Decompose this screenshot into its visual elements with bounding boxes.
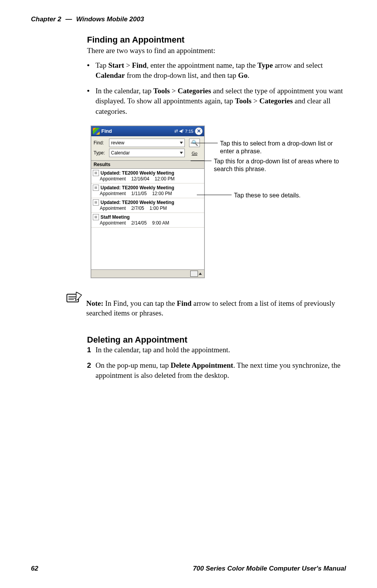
header-separator: — <box>63 15 74 23</box>
status-icons[interactable]: ⇄ ◀ᴱ <box>174 129 184 134</box>
step-1: In the calendar, tap and hold the appoin… <box>87 345 346 355</box>
results-list: ▦Updated: TE2000 Weekly Meeting Appointm… <box>91 169 204 269</box>
calendar-icon: ▦ <box>93 214 99 220</box>
sip-bar[interactable] <box>91 269 204 278</box>
find-input[interactable]: review <box>109 139 185 147</box>
note-icon <box>66 292 82 303</box>
note-text: Note: In Find, you can tap the Find arro… <box>86 298 346 318</box>
find-value: review <box>111 140 125 146</box>
chapter-title: Windows Mobile 2003 <box>76 15 144 23</box>
type-value: Calendar <box>111 150 130 156</box>
section-lead-finding: There are two ways to find an appointmen… <box>87 46 346 56</box>
bullet-find-via-start: Tap Start > Find, enter the appointment … <box>87 60 346 81</box>
section-heading-finding: Finding an Appointment <box>87 35 346 45</box>
list-item[interactable]: ▦Updated: TE2000 Weekly Meeting Appointm… <box>91 183 204 198</box>
chevron-down-icon[interactable] <box>180 142 183 144</box>
callout-type-arrow: Tap this for a drop-down list of areas w… <box>214 158 346 173</box>
step-2: On the pop-up menu, tap Delete Appointme… <box>87 360 346 381</box>
results-header: Results <box>91 160 204 169</box>
svg-marker-4 <box>75 292 82 300</box>
start-flag-icon[interactable] <box>93 128 100 135</box>
find-label: Find: <box>94 140 109 146</box>
find-screenshot: Find ⇄ ◀ᴱ 7:15 ✕ Find: review 🔍 <box>91 126 205 278</box>
list-item[interactable]: ▦Updated: TE2000 Weekly Meeting Appointm… <box>91 169 204 183</box>
callout-results: Tap these to see details. <box>234 192 301 199</box>
chapter-number: Chapter 2 <box>31 15 61 23</box>
window-titlebar: Find ⇄ ◀ᴱ 7:15 ✕ <box>91 126 204 136</box>
manual-title: 700 Series Color Mobile Computer User's … <box>193 565 346 573</box>
chevron-down-icon[interactable] <box>180 152 183 154</box>
running-header: Chapter 2 — Windows Mobile 2003 <box>31 15 346 23</box>
page-number: 62 <box>31 565 38 573</box>
type-select[interactable]: Calendar <box>109 149 185 157</box>
callout-find-arrow: Tap this to select from a drop-down list… <box>220 140 346 155</box>
list-item[interactable]: ▦Staff Meeting Appointment2/14/059:00 AM <box>91 213 204 228</box>
type-label: Type: <box>94 150 109 156</box>
keyboard-icon[interactable] <box>190 271 198 277</box>
running-footer: 62 700 Series Color Mobile Computer User… <box>31 565 346 573</box>
section-heading-deleting: Deleting an Appointment <box>87 335 346 345</box>
window-title: Find <box>101 128 112 134</box>
close-icon[interactable]: ✕ <box>195 127 203 135</box>
clock-text[interactable]: 7:15 <box>185 129 193 134</box>
calendar-icon: ▦ <box>93 185 99 191</box>
list-item[interactable]: ▦Updated: TE2000 Weekly Meeting Appointm… <box>91 198 204 213</box>
calendar-icon: ▦ <box>93 199 99 206</box>
calendar-icon: ▦ <box>93 170 99 176</box>
bullet-find-via-categories: In the calendar, tap Tools > Categories … <box>87 86 346 117</box>
chevron-up-icon[interactable] <box>199 273 202 275</box>
